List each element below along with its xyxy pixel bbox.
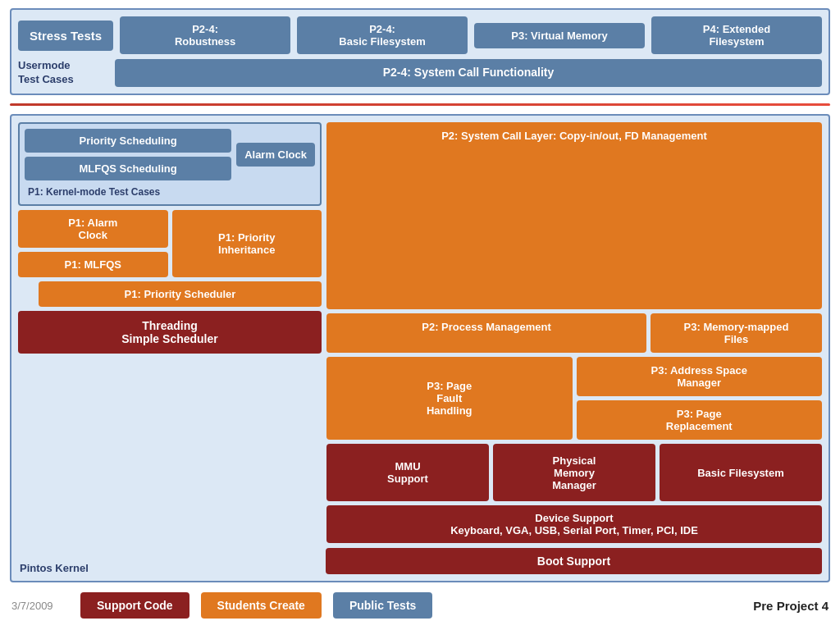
p3-page-fault-box: P3: Page Fault Handling xyxy=(326,357,573,440)
p3-address-space-box: P3: Address Space Manager xyxy=(577,357,823,396)
mlfqs-scheduling-btn: MLFQS Scheduling xyxy=(25,157,231,180)
p1-left-col: P1: Alarm Clock P1: MLFQS xyxy=(18,210,168,277)
p1-priority-scheduler-row: P1: Priority Scheduler xyxy=(18,281,322,307)
mmu-support-box: MMU Support xyxy=(326,444,489,501)
boot-support-row: Boot Support xyxy=(18,548,822,574)
left-col: Priority Scheduling MLFQS Scheduling Ala… xyxy=(18,122,322,543)
usermode-label: Usermode Test Cases xyxy=(18,59,108,87)
kernel-test-inner-row: Priority Scheduling MLFQS Scheduling Ala… xyxy=(25,129,315,180)
footer: 3/7/2009 Support Code Students Create Pu… xyxy=(10,589,830,622)
priority-scheduling-btn: Priority Scheduling xyxy=(25,129,231,153)
p3-page-replacement-box: P3: Page Replacement xyxy=(577,400,823,440)
p1-mlfqs-box: P1: MLFQS xyxy=(18,252,168,277)
p3-right: P3: Address Space Manager P3: Page Repla… xyxy=(577,357,823,440)
basic-filesystem-box: Basic Filesystem xyxy=(660,444,822,501)
p2-4-basic-fs-box: P2-4: Basic Filesystem xyxy=(297,16,468,54)
public-tests-legend: Public Tests xyxy=(333,592,432,619)
divider xyxy=(10,103,830,106)
boot-support-box: Boot Support xyxy=(326,548,822,574)
p3-memory-mapped-box: P3: Memory-mapped Files xyxy=(651,313,822,353)
students-create-legend: Students Create xyxy=(201,592,322,619)
p1-orange-grid: P1: Alarm Clock P1: MLFQS P1: Priority I… xyxy=(18,210,322,277)
support-code-legend: Support Code xyxy=(80,592,189,619)
top-section: Stress Tests P2-4: Robustness P2-4: Basi… xyxy=(10,8,830,95)
scheduling-buttons: Priority Scheduling MLFQS Scheduling xyxy=(25,129,231,180)
p2-system-call-layer-box: P2: System Call Layer: Copy-in/out, FD M… xyxy=(326,122,822,309)
date-label: 3/7/2009 xyxy=(11,600,69,612)
p1-priority-inheritance-box: P1: Priority Inheritance xyxy=(172,210,322,277)
device-support-box: Device Support Keyboard, VGA, USB, Seria… xyxy=(326,505,822,543)
bottom-section: Priority Scheduling MLFQS Scheduling Ala… xyxy=(10,114,830,582)
top-row2: Usermode Test Cases P2-4: System Call Fu… xyxy=(18,59,822,87)
p3-left: P3: Page Fault Handling xyxy=(326,357,573,440)
alarm-clock-box: Alarm Clock xyxy=(236,143,315,167)
main-container: Stress Tests P2-4: Robustness P2-4: Basi… xyxy=(0,0,840,630)
pintos-label: Pintos Kernel xyxy=(20,562,89,574)
p2-4-robustness-box: P2-4: Robustness xyxy=(120,16,290,54)
threading-box: Threading Simple Scheduler xyxy=(18,311,322,354)
kernel-label: P1: Kernel-mode Test Cases xyxy=(25,185,315,199)
stress-tests-box: Stress Tests xyxy=(18,21,113,51)
physical-memory-box: Physical Memory Manager xyxy=(493,444,655,501)
p4-extended-fs-box: P4: Extended Filesystem xyxy=(651,16,822,54)
p2-process-management-box: P2: Process Management xyxy=(326,313,646,353)
p1-priority-scheduler-box: P1: Priority Scheduler xyxy=(39,281,322,307)
system-call-box: P2-4: System Call Functionality xyxy=(115,59,822,87)
p1-alarm-clock-box: P1: Alarm Clock xyxy=(18,210,168,248)
mmu-physical-row: MMU Support Physical Memory Manager Basi… xyxy=(326,444,822,501)
bottom-content: Priority Scheduling MLFQS Scheduling Ala… xyxy=(18,122,822,543)
top-row1: Stress Tests P2-4: Robustness P2-4: Basi… xyxy=(18,16,822,54)
pre-project-label: Pre Project 4 xyxy=(753,599,829,613)
right-col: P2: System Call Layer: Copy-in/out, FD M… xyxy=(326,122,822,543)
kernel-test-box: Priority Scheduling MLFQS Scheduling Ala… xyxy=(18,122,322,206)
p3-row1: P3: Page Fault Handling P3: Address Spac… xyxy=(326,357,822,440)
p3-virtual-memory-box: P3: Virtual Memory xyxy=(474,23,645,48)
p2-p3-row: P2: Process Management P3: Memory-mapped… xyxy=(326,313,822,353)
